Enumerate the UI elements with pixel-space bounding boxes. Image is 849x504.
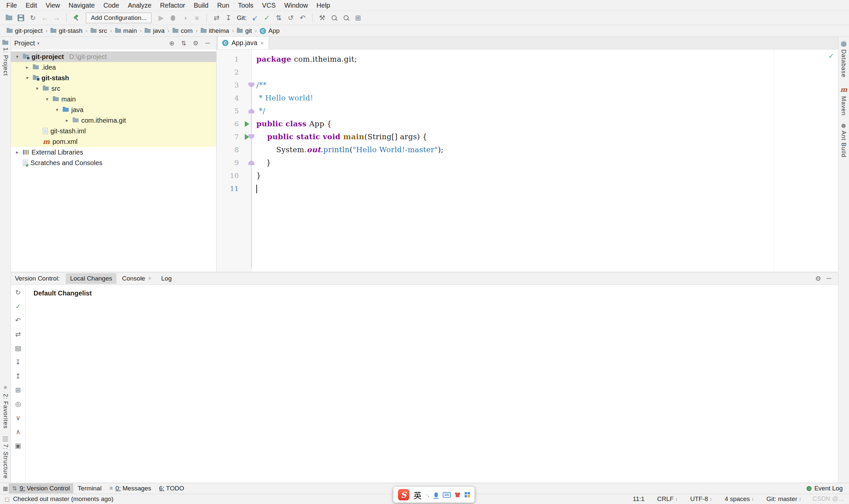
tree-item-main[interactable]: ▾main [11, 94, 216, 105]
shelve-icon[interactable]: ↧ [223, 12, 234, 23]
status-widget-crlf[interactable]: CRLF↕ [657, 496, 678, 503]
menu-run[interactable]: Run [213, 0, 234, 11]
status-widget-utf-8[interactable]: UTF-8↕ [690, 496, 712, 503]
breadcrumb-item-itheima[interactable]: itheima [199, 27, 231, 35]
sogou-logo-icon[interactable]: S [398, 489, 409, 500]
sogou-ime-bar[interactable]: S 英 ·, [393, 487, 474, 503]
chevron-down-icon[interactable]: ▾ [44, 96, 50, 102]
toolwindow-switcher-icon[interactable]: ▦ [3, 485, 8, 492]
code-line-9[interactable]: } [256, 156, 838, 169]
locate-file-icon[interactable]: ⊕ [166, 38, 177, 48]
stripe-button-7-structure[interactable]: 7: Structure [2, 433, 9, 483]
collapse-all-icon[interactable]: ∧ [14, 427, 22, 436]
rollback-icon[interactable]: ↶ [14, 316, 22, 325]
expand-all-icon[interactable]: ∨ [14, 413, 22, 422]
menu-edit[interactable]: Edit [21, 0, 41, 11]
coverage-icon[interactable]: ◑ [179, 12, 191, 23]
menu-window[interactable]: Window [280, 0, 312, 11]
vcs-history-icon[interactable]: ↺ [285, 12, 296, 23]
editor-tab-app-java[interactable]: C App.java × [217, 37, 269, 49]
menu-view[interactable]: View [41, 0, 64, 11]
run-icon[interactable]: ▶ [156, 12, 167, 23]
stripe-button-1-project[interactable]: 1: Project [2, 37, 9, 80]
inspections-ok-icon[interactable]: ✓ [828, 52, 834, 60]
wrench-icon[interactable]: ⚒ [317, 12, 328, 23]
status-widget-4-spaces[interactable]: 4 spaces↕ [725, 496, 754, 503]
menu-navigate[interactable]: Navigate [64, 0, 99, 11]
status-widget-11-1[interactable]: 11:1 [633, 496, 645, 503]
synchronize-icon[interactable]: ↻ [27, 12, 38, 23]
code-line-1[interactable]: package com.itheima.git; [256, 53, 838, 66]
code-line-10[interactable]: } [256, 169, 838, 182]
run-configurations-combo[interactable]: Add Configuration... [86, 13, 151, 23]
tool-windows-icon[interactable]: ⊞ [353, 12, 364, 23]
toolwindow-button-0-messages[interactable]: ≡0: Messages [106, 483, 155, 493]
breadcrumb-item-app[interactable]: CApp [258, 27, 281, 35]
code-line-7[interactable]: public static void main(String[] args) { [256, 130, 838, 143]
open-icon[interactable] [3, 12, 15, 23]
stripe-button-2-favorites[interactable]: ★2: Favorites [2, 380, 9, 433]
tree-item-idea[interactable]: ▸.idea [11, 62, 216, 73]
chevron-down-icon[interactable]: ▾ [14, 54, 20, 60]
stop-icon[interactable]: ■ [191, 12, 203, 23]
breadcrumb-item-java[interactable]: java [143, 27, 166, 35]
keyboard-icon[interactable] [443, 492, 451, 498]
toolwindow-button-event-log[interactable]: Event Log [803, 483, 846, 493]
menu-file[interactable]: File [2, 0, 21, 11]
menu-build[interactable]: Build [189, 0, 213, 11]
debug-icon[interactable] [167, 12, 179, 23]
chevron-right-icon[interactable]: ▸ [64, 118, 70, 123]
close-tab-icon[interactable]: × [260, 39, 264, 47]
menu-refactor[interactable]: Refactor [156, 0, 190, 11]
code-line-8[interactable]: System.out.println("Hello World!-master"… [256, 143, 838, 156]
ime-punctuation-mode[interactable]: ·, [426, 492, 429, 498]
tree-item-git-project[interactable]: ▾git-projectD:\git-project [11, 51, 216, 62]
chevron-right-icon[interactable]: ▸ [24, 64, 30, 70]
menu-help[interactable]: Help [312, 0, 334, 11]
breadcrumb-item-git[interactable]: git [235, 27, 253, 35]
vc-tab-log[interactable]: Log [157, 273, 176, 284]
diff-icon[interactable]: ⇄ [14, 330, 22, 339]
breadcrumb-item-git-project[interactable]: git-project [5, 27, 44, 35]
commit-icon[interactable]: ✓ [14, 302, 22, 311]
code-line-11[interactable] [256, 182, 838, 195]
breadcrumb-item-main[interactable]: main [114, 27, 138, 35]
breadcrumb-item-src[interactable]: src [89, 27, 108, 35]
settings-gear-icon[interactable]: ⚙ [191, 38, 201, 48]
menu-analyze[interactable]: Analyze [123, 0, 156, 11]
refresh-icon[interactable]: ↻ [14, 288, 22, 297]
hide-panel-icon[interactable]: ─ [202, 38, 213, 48]
menu-vcs[interactable]: VCS [258, 0, 280, 11]
breadcrumb-item-com[interactable]: com [171, 27, 194, 35]
close-tab-icon[interactable]: × [148, 275, 151, 282]
editor-code[interactable]: package com.itheima.git;/** * Hello worl… [252, 49, 838, 272]
tree-item-git-stash[interactable]: ▾git-stash [11, 73, 216, 83]
project-panel-title[interactable]: Project ▾ [14, 39, 39, 47]
preview-diff-icon[interactable]: ◎ [14, 399, 22, 408]
chevron-down-icon[interactable]: ▾ [34, 86, 40, 91]
vcs-rollback-icon[interactable]: ↶ [297, 12, 308, 23]
changelist-icon[interactable]: ▤ [14, 344, 22, 353]
editor-body[interactable]: 1234567891011 package com.itheima.git;/*… [217, 49, 838, 272]
vc-tab-console[interactable]: Console× [118, 273, 156, 284]
compare-icon[interactable]: ⇄ [211, 12, 222, 23]
vcs-fetch-icon[interactable]: ⇅ [273, 12, 285, 23]
chevron-down-icon[interactable]: ▾ [24, 75, 30, 81]
mic-icon[interactable] [434, 492, 438, 497]
toolwindow-button-9-version-control[interactable]: ⇅9: Version Control [8, 483, 73, 493]
skin-icon[interactable] [455, 492, 460, 497]
tree-item-java[interactable]: ▾java [11, 105, 216, 115]
code-line-6[interactable]: public class App { [256, 118, 838, 130]
find-in-path-icon[interactable] [329, 12, 340, 23]
code-line-4[interactable]: * Hello world! [256, 91, 838, 105]
vcs-update-icon[interactable]: ↙ [249, 12, 261, 23]
toolwindow-toggle-icon[interactable]: ▢ [5, 496, 10, 502]
settings-gear-icon[interactable]: ⚙ [813, 274, 824, 283]
version-control-content[interactable]: Default Changelist [25, 285, 838, 483]
breadcrumb-item-git-stash[interactable]: git-stash [49, 27, 84, 35]
search-everywhere-icon[interactable] [341, 12, 352, 23]
build-project-icon[interactable] [71, 12, 82, 23]
back-icon[interactable]: ← [39, 12, 50, 23]
stripe-button-ant-build[interactable]: Ant Build [840, 120, 847, 161]
chevron-down-icon[interactable]: ▾ [54, 107, 60, 113]
